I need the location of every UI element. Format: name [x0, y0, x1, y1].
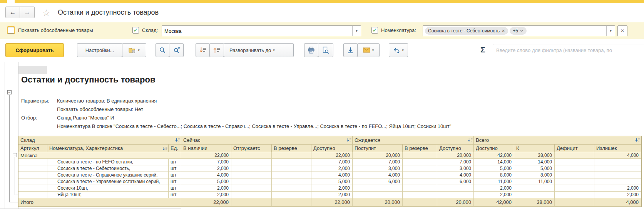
- undo-button[interactable]: ▾: [389, 43, 408, 57]
- value-cell[interactable]: 2,000: [181, 165, 231, 172]
- value-cell[interactable]: 5,000: [181, 178, 231, 185]
- sort-icon[interactable]: [175, 138, 180, 142]
- save-button[interactable]: [343, 43, 358, 57]
- value-cell[interactable]: 20,000: [437, 152, 474, 159]
- show-separated-label[interactable]: Показать обособленные товары: [18, 27, 93, 33]
- warehouse-dropdown-button[interactable]: ▾: [352, 26, 361, 36]
- value-cell[interactable]: 14,000: [514, 159, 555, 165]
- value-cell[interactable]: [231, 152, 272, 159]
- value-cell[interactable]: [555, 152, 594, 159]
- search-button[interactable]: [156, 43, 169, 57]
- value-cell[interactable]: [555, 165, 594, 172]
- nomenclature-more-tag[interactable]: +5: [510, 27, 527, 35]
- value-cell[interactable]: 7,000: [437, 159, 474, 165]
- expand-groups-button[interactable]: [196, 43, 210, 57]
- value-cell[interactable]: [555, 159, 594, 165]
- value-cell[interactable]: [555, 185, 594, 192]
- value-cell[interactable]: [594, 165, 641, 172]
- value-cell[interactable]: 2,000: [474, 192, 514, 198]
- value-cell[interactable]: [437, 185, 474, 192]
- unit-cell[interactable]: шт: [169, 159, 181, 165]
- value-cell[interactable]: 4,000: [594, 198, 641, 207]
- value-cell[interactable]: [353, 185, 403, 192]
- value-cell[interactable]: [403, 172, 437, 178]
- value-cell[interactable]: 38,000: [514, 152, 555, 159]
- warehouse-checkbox[interactable]: ✓: [132, 27, 139, 34]
- collapse-groups-button[interactable]: [209, 43, 224, 57]
- expand-to-button[interactable]: Разворачивать до ▾: [224, 43, 294, 57]
- value-cell[interactable]: 22,000: [181, 198, 231, 207]
- value-cell[interactable]: 3,000: [353, 165, 403, 172]
- value-cell[interactable]: [231, 178, 272, 185]
- value-cell[interactable]: 7,000: [311, 159, 353, 165]
- value-cell[interactable]: [231, 165, 272, 172]
- value-cell[interactable]: [403, 198, 437, 207]
- value-cell[interactable]: [514, 185, 555, 192]
- value-cell[interactable]: 14,000: [474, 159, 514, 165]
- value-cell[interactable]: 8,000: [474, 172, 514, 178]
- value-cell[interactable]: [231, 159, 272, 165]
- unit-cell[interactable]: шт: [169, 172, 181, 178]
- value-cell[interactable]: [555, 192, 594, 198]
- report-variants-button[interactable]: ▾: [122, 43, 146, 57]
- article-cell[interactable]: [18, 165, 47, 172]
- value-cell[interactable]: 42,000: [474, 152, 514, 159]
- unit-cell[interactable]: шт: [169, 185, 181, 192]
- value-cell[interactable]: 2,000: [181, 185, 231, 192]
- value-cell[interactable]: [272, 185, 311, 192]
- value-cell[interactable]: [272, 192, 311, 198]
- value-cell[interactable]: [437, 192, 474, 198]
- item-name-cell[interactable]: Сосиска в тесте - Управление остатками с…: [47, 178, 169, 185]
- value-cell[interactable]: [272, 152, 311, 159]
- value-cell[interactable]: 3,000: [437, 165, 474, 172]
- value-cell[interactable]: [272, 198, 311, 207]
- value-cell[interactable]: 5,000: [474, 165, 514, 172]
- value-cell[interactable]: 2,000: [594, 185, 641, 192]
- value-cell[interactable]: 38,000: [514, 198, 555, 207]
- value-cell[interactable]: [514, 192, 555, 198]
- value-cell[interactable]: [231, 198, 272, 207]
- search-next-button[interactable]: [169, 43, 184, 57]
- generate-button[interactable]: Сформировать: [5, 43, 64, 57]
- warehouse-input[interactable]: [162, 26, 361, 36]
- value-cell[interactable]: [272, 165, 311, 172]
- value-cell[interactable]: [353, 192, 403, 198]
- favorite-star-icon[interactable]: ☆: [42, 8, 50, 18]
- forward-button[interactable]: →: [20, 7, 35, 18]
- value-cell[interactable]: 4,000: [594, 152, 641, 159]
- value-cell[interactable]: [272, 178, 311, 185]
- warehouse-group-expander[interactable]: −: [13, 153, 17, 157]
- value-cell[interactable]: [272, 159, 311, 165]
- value-cell[interactable]: 5,000: [514, 165, 555, 172]
- nomenclature-checkbox[interactable]: ✓: [371, 27, 378, 34]
- value-cell[interactable]: [403, 159, 437, 165]
- sort-icon[interactable]: [468, 138, 473, 142]
- report-group-expander[interactable]: −: [7, 90, 12, 94]
- value-cell[interactable]: 22,000: [181, 152, 231, 159]
- value-cell[interactable]: 2,000: [311, 192, 353, 198]
- value-cell[interactable]: 20,000: [437, 198, 474, 207]
- article-cell[interactable]: [18, 159, 47, 165]
- item-name-cell[interactable]: Сосиска в тесте - по FEFO остатки,: [47, 159, 169, 165]
- sort-icon[interactable]: [162, 146, 167, 151]
- value-cell[interactable]: 4,000: [181, 172, 231, 178]
- value-cell[interactable]: 2,000: [311, 185, 353, 192]
- sum-sigma-icon[interactable]: Σ: [480, 45, 485, 54]
- value-cell[interactable]: 4,000: [437, 172, 474, 178]
- show-separated-checkbox[interactable]: [8, 27, 14, 34]
- value-cell[interactable]: 42,000: [474, 198, 514, 207]
- nomenclature-tag[interactable]: Сосиска в тесте - Себестоимость ✕: [425, 27, 508, 35]
- value-cell[interactable]: 8,000: [514, 172, 555, 178]
- value-cell[interactable]: [594, 159, 641, 165]
- value-cell[interactable]: 22,000: [311, 198, 353, 207]
- value-cell[interactable]: 2,000: [594, 192, 641, 198]
- value-cell[interactable]: 4,000: [311, 172, 353, 178]
- value-cell[interactable]: 4,000: [353, 172, 403, 178]
- value-cell[interactable]: 11,000: [514, 178, 555, 185]
- item-name-cell[interactable]: Яйца 10шт,: [47, 192, 169, 198]
- article-cell[interactable]: [18, 172, 47, 178]
- value-cell[interactable]: 22,000: [311, 152, 353, 159]
- value-cell[interactable]: [555, 178, 594, 185]
- item-name-cell[interactable]: Сосиска в тесте - Себестоимость,: [47, 165, 169, 172]
- total-name-cell[interactable]: Итого: [18, 198, 181, 207]
